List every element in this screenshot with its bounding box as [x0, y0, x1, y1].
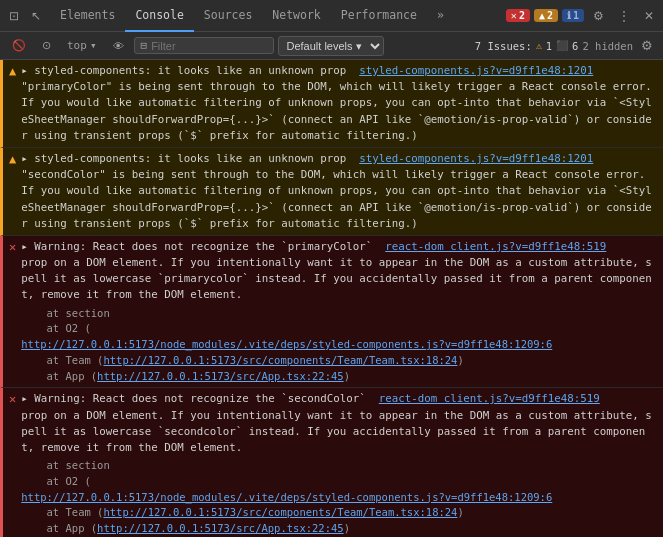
- log-content-3: ▸ Warning: React does not recognize the …: [21, 239, 657, 385]
- log-link-4[interactable]: react-dom client.js?v=d9ff1e48:519: [379, 392, 600, 405]
- log-text-1a: ▸ styled-components: it looks like an un…: [21, 64, 353, 77]
- stack-link-4b[interactable]: http://127.0.0.1:5173/src/components/Tea…: [103, 506, 457, 518]
- filter-input[interactable]: [151, 40, 266, 52]
- warn-icon-1: ▲: [9, 64, 16, 78]
- stack-link-3c[interactable]: http://127.0.0.1:5173/src/App.tsx:22:45: [97, 370, 344, 382]
- more-options-icon[interactable]: ⋮: [613, 5, 635, 27]
- issues-label: 7 Issues:: [475, 40, 532, 52]
- info-badge: ℹ 1: [562, 9, 584, 22]
- error-icon: ✕: [511, 10, 517, 21]
- warning-badge: ▲ 2: [534, 9, 558, 22]
- filter-toggle-button[interactable]: ⊙: [36, 37, 57, 54]
- log-text-3a: ▸ Warning: React does not recognize the …: [21, 240, 379, 253]
- error-icon-1: ✕: [9, 240, 16, 254]
- clear-console-button[interactable]: 🚫: [6, 37, 32, 54]
- tab-sources[interactable]: Sources: [194, 0, 262, 32]
- tab-elements[interactable]: Elements: [50, 0, 125, 32]
- log-entry-error-2: ✕ ▸ Warning: React does not recognize th…: [0, 388, 663, 537]
- error-badge: ✕ 2: [506, 9, 530, 22]
- issues-settings-icon[interactable]: ⚙: [637, 36, 657, 55]
- warn-icon-2: ▲: [9, 152, 16, 166]
- filter-input-wrap: ⊟: [134, 37, 274, 54]
- console-messages-area: ▲ ▸ styled-components: it looks like an …: [0, 60, 663, 537]
- issues-info-icon: ⬛: [556, 40, 568, 51]
- log-content-1: ▸ styled-components: it looks like an un…: [21, 63, 657, 144]
- stack-link-3a[interactable]: http://127.0.0.1:5173/node_modules/.vite…: [21, 338, 552, 350]
- stack-link-4a[interactable]: http://127.0.0.1:5173/node_modules/.vite…: [21, 491, 552, 503]
- context-selector[interactable]: top ▾: [61, 37, 103, 54]
- filter-icon: ⊟: [141, 39, 148, 52]
- eye-icon-button[interactable]: 👁: [107, 38, 130, 54]
- console-toolbar: 🚫 ⊙ top ▾ 👁 ⊟ Default levels ▾ 7 Issues:…: [0, 32, 663, 60]
- tab-network[interactable]: Network: [262, 0, 330, 32]
- devtools-pointer-icon[interactable]: ↖: [26, 5, 46, 27]
- chevron-down-icon: ▾: [90, 39, 97, 52]
- close-icon[interactable]: ✕: [639, 5, 659, 27]
- devtools-dock-icon[interactable]: ⊡: [4, 5, 24, 27]
- log-link-1[interactable]: styled-components.js?v=d9ff1e48:1201: [359, 64, 593, 77]
- devtools-icons: ⊡ ↖: [4, 5, 46, 27]
- error-icon-2: ✕: [9, 392, 16, 406]
- log-stack-4: at section at O2 ( http://127.0.0.1:5173…: [21, 458, 657, 537]
- log-text-1b: "primaryColor" is being sent through to …: [21, 80, 652, 142]
- stack-link-3b[interactable]: http://127.0.0.1:5173/src/components/Tea…: [103, 354, 457, 366]
- settings-icon[interactable]: ⚙: [588, 5, 609, 27]
- log-entry-error-1: ✕ ▸ Warning: React does not recognize th…: [0, 236, 663, 389]
- tab-more[interactable]: »: [427, 0, 454, 32]
- log-entry-warn-1: ▲ ▸ styled-components: it looks like an …: [0, 60, 663, 148]
- issues-warn-icon: ⚠: [536, 40, 542, 51]
- log-levels-select[interactable]: Default levels ▾: [278, 36, 384, 56]
- stack-link-4c[interactable]: http://127.0.0.1:5173/src/App.tsx:22:45: [97, 522, 344, 534]
- log-content-2: ▸ styled-components: it looks like an un…: [21, 151, 657, 232]
- log-entry-warn-2: ▲ ▸ styled-components: it looks like an …: [0, 148, 663, 236]
- log-link-2[interactable]: styled-components.js?v=d9ff1e48:1201: [359, 152, 593, 165]
- log-link-3[interactable]: react-dom client.js?v=d9ff1e48:519: [385, 240, 606, 253]
- issues-warn-count: 1: [546, 40, 552, 52]
- tab-bar-right: ✕ 2 ▲ 2 ℹ 1 ⚙ ⋮ ✕: [506, 5, 659, 27]
- log-text-2b: "secondColor" is being sent through to t…: [21, 168, 652, 230]
- log-content-4: ▸ Warning: React does not recognize the …: [21, 391, 657, 537]
- hidden-count: 2 hidden: [582, 40, 633, 52]
- log-text-4a: ▸ Warning: React does not recognize the …: [21, 392, 372, 405]
- warning-icon: ▲: [539, 10, 545, 21]
- log-stack-3: at section at O2 ( http://127.0.0.1:5173…: [21, 306, 657, 385]
- log-text-4b: prop on a DOM element. If you intentiona…: [21, 409, 652, 454]
- context-label: top: [67, 39, 87, 52]
- issues-info-count: 6: [572, 40, 578, 52]
- tab-performance[interactable]: Performance: [331, 0, 427, 32]
- info-icon: ℹ: [567, 10, 571, 21]
- issues-badge-area: 7 Issues: ⚠ 1 ⬛ 6 2 hidden ⚙: [475, 36, 657, 55]
- tab-console[interactable]: Console: [125, 0, 193, 32]
- tab-bar: ⊡ ↖ Elements Console Sources Network Per…: [0, 0, 663, 32]
- log-text-3b: prop on a DOM element. If you intentiona…: [21, 256, 652, 301]
- log-text-2a: ▸ styled-components: it looks like an un…: [21, 152, 353, 165]
